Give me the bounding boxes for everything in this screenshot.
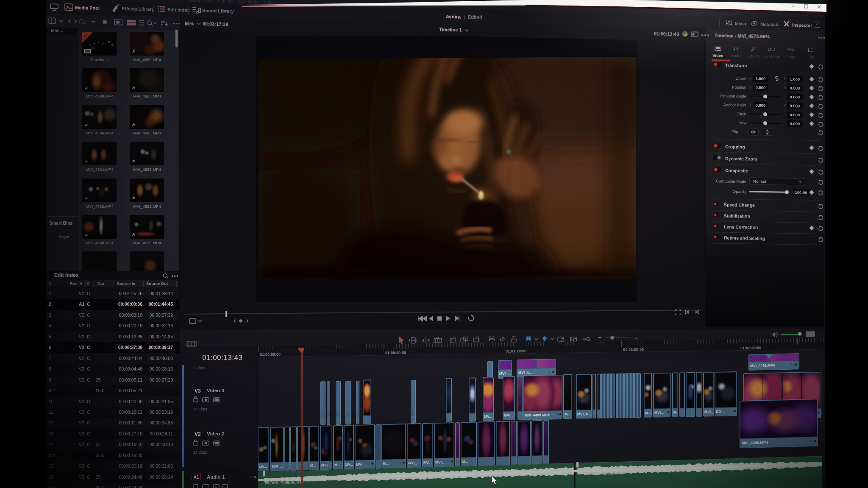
svg-text:M: M — [215, 485, 218, 488]
svg-text:S: S — [223, 485, 225, 488]
